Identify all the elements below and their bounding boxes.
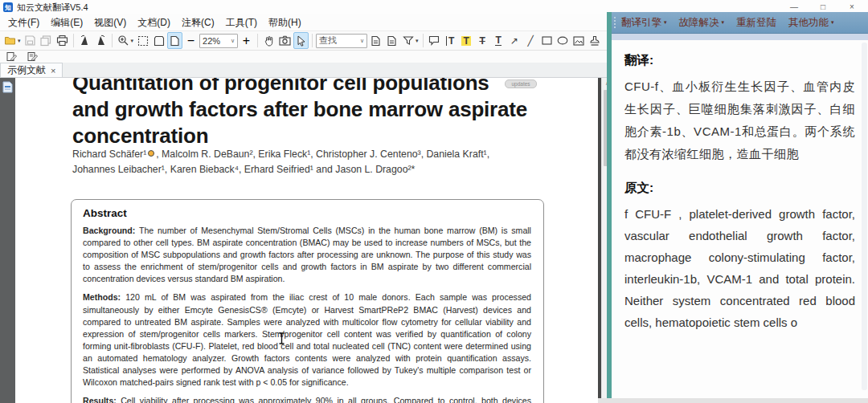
arrow-annotation-button[interactable]: ↗: [507, 32, 522, 49]
close-button[interactable]: ×: [837, 0, 866, 13]
orcid-icon: [148, 150, 154, 157]
toolbar: ▾ ▾ − 22% ∨ + 查找 ∨ ▾ T T: [0, 31, 608, 51]
toolbar-separator: [73, 34, 74, 47]
zoom-level-value: 22%: [203, 36, 220, 46]
fit-page-button[interactable]: [167, 32, 182, 49]
menu-comment[interactable]: 注释(C): [176, 15, 220, 31]
panel-menu-relogin[interactable]: 重新登陆: [736, 16, 776, 30]
paper-title: Quantitation of progenitor cell populati…: [72, 78, 527, 149]
toolbar-separator: [423, 34, 424, 47]
panel-menu-troubleshoot[interactable]: 故障解决▾: [679, 16, 725, 30]
menu-edit[interactable]: 编辑(E): [45, 15, 88, 31]
panel-menu-bar: 翻译引擎▾ 故障解决▾ 重新登陆 其他功能▾: [612, 12, 868, 34]
document-viewer: Quantitation of progenitor cell populati…: [0, 78, 612, 403]
app-window: 知 知云文献翻译V5.4 — □ × 文件(F) 编辑(E) 视图(V) 文档(…: [0, 0, 868, 403]
app-logo-icon: 知: [3, 2, 13, 12]
source-text[interactable]: f CFU-F , platelet-derived growth factor…: [624, 203, 855, 333]
save-button[interactable]: [23, 32, 38, 49]
toolbar-separator: [257, 34, 258, 47]
zoom-out-button[interactable]: −: [183, 32, 199, 49]
stamp-button[interactable]: [588, 32, 603, 49]
edit-annotation-button[interactable]: [25, 51, 40, 63]
engine-caret-icon: ▾: [664, 19, 667, 26]
navigation-strip[interactable]: [0, 78, 15, 403]
open-file-button[interactable]: [2, 32, 18, 49]
next-view-button[interactable]: [384, 32, 399, 49]
typewriter-button[interactable]: T: [443, 32, 458, 49]
window-controls: — □ ×: [780, 0, 866, 13]
panel-menu-engine[interactable]: 翻译引擎▾: [621, 16, 667, 30]
filter-caret-icon[interactable]: ▾: [416, 38, 419, 44]
tab-sample-document[interactable]: 示例文献 ×: [0, 63, 63, 77]
abstract-box: Abstract Background: The number of Mesen…: [71, 199, 544, 403]
print-button[interactable]: [55, 32, 70, 49]
rotate-left-button[interactable]: [77, 32, 92, 49]
menu-tools[interactable]: 工具(T): [220, 15, 263, 31]
save-all-button[interactable]: [39, 32, 54, 49]
snapshot-button[interactable]: [277, 32, 293, 49]
translation-heading: 翻译:: [624, 52, 855, 69]
filter-button[interactable]: [400, 32, 416, 49]
panel-menu-more[interactable]: 其他功能▾: [788, 16, 834, 30]
hand-tool-button[interactable]: [261, 32, 276, 49]
image-annotation-button[interactable]: [571, 32, 587, 49]
line-annotation-button[interactable]: ╱: [523, 32, 538, 49]
zoom-combo-arrow-icon: ∨: [231, 38, 235, 44]
abstract-methods-text: 120 mL of BM was aspirated from the ilia…: [83, 292, 531, 387]
page-thumbnails-icon[interactable]: [2, 81, 13, 93]
abstract-background-label: Background:: [83, 226, 135, 235]
authors-line2: Johannes Leibacher¹, Karen Bieback⁴, Erh…: [72, 162, 489, 177]
ellipse-annotation-button[interactable]: [555, 32, 571, 49]
maximize-button[interactable]: □: [809, 0, 837, 13]
zoom-tool-caret-icon[interactable]: ▾: [131, 38, 134, 44]
abstract-results-text: Cell viability after processing was appr…: [83, 396, 531, 403]
underline-text-button[interactable]: T: [491, 32, 506, 49]
comment-note-button[interactable]: [427, 32, 442, 49]
source-heading: 原文:: [624, 180, 855, 197]
abstract-methods: Methods: 120 mL of BM was aspirated from…: [83, 291, 531, 389]
zoom-in-button[interactable]: +: [239, 32, 254, 49]
menu-file[interactable]: 文件(F): [2, 15, 45, 31]
updates-badge: updates: [505, 79, 537, 88]
open-file-caret-icon[interactable]: ▾: [18, 38, 21, 44]
previous-view-button[interactable]: [368, 32, 383, 49]
highlight-text-button[interactable]: T: [459, 32, 474, 49]
select-tool-button[interactable]: [293, 32, 309, 49]
minimize-button[interactable]: —: [780, 0, 809, 13]
troubleshoot-caret-icon: ▾: [722, 19, 725, 26]
bottom-edge: [598, 398, 868, 403]
panel-content: 翻译: CFU-f、血小板衍生生长因子、血管内皮生长因子、巨噬细胞集落刺激因子、…: [612, 40, 868, 333]
translation-panel: 翻译引擎▾ 故障解决▾ 重新登陆 其他功能▾ 翻译: CFU-f、血小板衍生生长…: [607, 12, 868, 398]
abstract-results: Results: Cell viability after processing…: [83, 395, 531, 403]
find-combo-arrow-icon: ∨: [360, 38, 364, 44]
zoom-level-combobox[interactable]: 22% ∨: [199, 34, 238, 48]
tab-bar: 示例文献 ×: [0, 63, 608, 78]
strikeout-text-button[interactable]: T: [475, 32, 490, 49]
paper-authors: Richard Schäfer¹, Malcolm R. DeBaun², Er…: [72, 147, 489, 177]
menu-bar: 文件(F) 编辑(E) 视图(V) 文档(D) 注释(C) 工具(T) 帮助(H…: [0, 14, 608, 31]
paper-title-line2: and growth factors after bone marrow asp…: [72, 96, 527, 123]
menu-help[interactable]: 帮助(H): [263, 15, 307, 31]
menu-document[interactable]: 文档(D): [132, 15, 176, 31]
translation-text[interactable]: CFU-f、血小板衍生生长因子、血管内皮生长因子、巨噬细胞集落刺激因子、白细胞介…: [624, 75, 855, 165]
menu-view[interactable]: 视图(V): [88, 15, 132, 31]
tab-close-icon[interactable]: ×: [51, 66, 55, 75]
tab-label: 示例文献: [7, 63, 46, 77]
zoom-tool-button[interactable]: [116, 32, 131, 49]
edit-content-button[interactable]: [4, 51, 19, 63]
abstract-background: Background: The number of Mesenchymal St…: [83, 225, 531, 285]
ibeam-cursor: [278, 332, 285, 344]
fit-visible-button[interactable]: [151, 32, 166, 49]
panel-divider-strip: [612, 34, 868, 40]
more-caret-icon: ▾: [831, 19, 834, 26]
find-value: 查找: [319, 35, 337, 47]
marquee-zoom-button[interactable]: [135, 32, 150, 49]
rotate-right-button[interactable]: [93, 32, 108, 49]
find-input[interactable]: 查找 ∨: [316, 34, 367, 48]
pdf-page[interactable]: Quantitation of progenitor cell populati…: [15, 78, 598, 403]
toolbar-separator: [112, 34, 113, 47]
abstract-background-text: The number of Mesenchymal Stem/Stromal C…: [83, 226, 531, 283]
toolbar-row2: [0, 51, 608, 63]
panel-scrollbar[interactable]: [862, 43, 867, 390]
rectangle-annotation-button[interactable]: [539, 32, 555, 49]
